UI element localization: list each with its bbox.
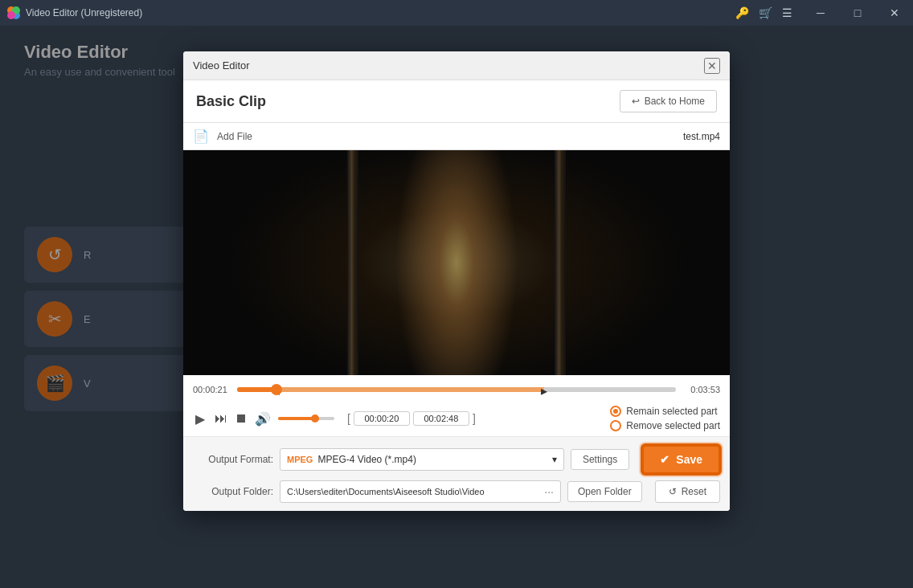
format-select[interactable]: MPEG MPEG-4 Video (*.mp4) ▾ [280, 448, 564, 471]
title-bar: Video Editor (Unregistered) 🔑 🛒 ☰ ─ □ ✕ [0, 0, 913, 26]
timeline-area: 00:00:21 ◂ ▸ 0:03:53 [183, 375, 730, 401]
modal-titlebar-text: Video Editor [193, 59, 250, 71]
play-button[interactable]: ▶ [193, 409, 207, 429]
format-value: MPEG-4 Video (*.mp4) [317, 454, 416, 465]
timeline-track[interactable]: ◂ ▸ [237, 387, 676, 392]
timeline-selection [276, 387, 544, 392]
modal: Video Editor ✕ Basic Clip ↩ Back to Home… [183, 51, 730, 511]
volume-button[interactable]: 🔊 [252, 409, 273, 429]
folder-path-text: C:\Users\editer\Documents\Aiseesoft Stud… [287, 487, 485, 496]
format-select-inner: MPEG MPEG-4 Video (*.mp4) [287, 454, 416, 465]
remain-radio-label: Remain selected part [626, 406, 717, 417]
app-logo-icon [6, 6, 21, 20]
remain-radio-row[interactable]: Remain selected part [610, 406, 720, 417]
time-input-group: [ ] [347, 411, 476, 426]
modal-close-button[interactable]: ✕ [704, 58, 720, 74]
remove-radio-label: Remove selected part [626, 420, 720, 431]
add-file-label[interactable]: Add File [217, 131, 252, 142]
volume-fill [278, 417, 315, 420]
reset-label: Reset [682, 486, 706, 497]
folder-dots-button[interactable]: ··· [544, 485, 554, 498]
folder-path: C:\Users\editer\Documents\Aiseesoft Stud… [280, 480, 561, 503]
format-label: Output Format: [193, 454, 273, 465]
bottom-section: Output Format: MPEG MPEG-4 Video (*.mp4)… [183, 437, 730, 511]
save-icon: ✔ [660, 453, 669, 466]
folder-row: Output Folder: C:\Users\editer\Documents… [193, 480, 720, 503]
file-bar: 📄 Add File test.mp4 [183, 123, 730, 150]
maximize-button[interactable]: □ [839, 0, 876, 26]
format-icon: MPEG [287, 455, 313, 464]
bracket-right: ] [473, 412, 476, 425]
modal-header-title: Basic Clip [196, 93, 266, 110]
modal-overlay: Video Editor ✕ Basic Clip ↩ Back to Home… [0, 26, 913, 588]
stop-icon [237, 414, 245, 423]
main-area: Video Editor An easy use and convenient … [0, 26, 913, 588]
volume-slider[interactable] [278, 417, 334, 420]
window-controls: ─ □ ✕ [802, 0, 913, 26]
controls-left: ▶ ⏭ 🔊 [ [193, 409, 600, 429]
folder-label: Output Folder: [193, 486, 273, 497]
back-icon: ↩ [632, 96, 640, 107]
stop-button[interactable] [235, 412, 248, 425]
controls-options-row: ▶ ⏭ 🔊 [ [183, 401, 730, 437]
end-time-input[interactable] [413, 411, 469, 426]
save-label: Save [676, 453, 702, 466]
timeline-time-end: 0:03:53 [676, 385, 720, 394]
svg-point-3 [7, 11, 15, 19]
back-to-home-button[interactable]: ↩ Back to Home [620, 90, 717, 112]
save-button[interactable]: ✔ Save [642, 445, 720, 474]
modal-titlebar: Video Editor ✕ [183, 51, 730, 80]
format-row: Output Format: MPEG MPEG-4 Video (*.mp4)… [193, 445, 720, 474]
add-file-icon: 📄 [193, 129, 209, 144]
bracket-left: [ [347, 412, 350, 425]
cart-icon[interactable]: 🛒 [759, 6, 772, 19]
settings-button[interactable]: Settings [571, 449, 629, 470]
hallway-light [384, 150, 529, 375]
volume-thumb[interactable] [311, 414, 319, 423]
titlebar-extra-icons: 🔑 🛒 ☰ [735, 0, 800, 26]
key-icon[interactable]: 🔑 [735, 6, 749, 19]
video-background [183, 150, 730, 375]
modal-header: Basic Clip ↩ Back to Home [183, 80, 730, 123]
timeline-thumb[interactable] [271, 384, 282, 395]
file-name: test.mp4 [683, 131, 720, 142]
title-bar-text: Video Editor (Unregistered) [26, 7, 142, 18]
reset-button[interactable]: ↺ Reset [655, 480, 720, 503]
timeline-time-start: 00:00:21 [193, 385, 237, 394]
open-folder-button[interactable]: Open Folder [567, 481, 642, 502]
timeline-bar-container: 00:00:21 ◂ ▸ 0:03:53 [193, 382, 720, 398]
reset-icon: ↺ [669, 486, 677, 497]
menu-icon[interactable]: ☰ [782, 6, 792, 19]
minimize-button[interactable]: ─ [802, 0, 839, 26]
step-button[interactable]: ⏭ [212, 409, 230, 428]
remain-radio-button[interactable] [610, 406, 621, 417]
chevron-down-icon: ▾ [552, 454, 557, 465]
trim-handle-right[interactable]: ▸ [541, 383, 547, 398]
video-preview [183, 150, 730, 375]
remove-radio-button[interactable] [610, 420, 621, 431]
radio-options: Remain selected part Remove selected par… [610, 406, 720, 431]
remove-radio-row[interactable]: Remove selected part [610, 420, 720, 431]
back-to-home-label: Back to Home [645, 96, 705, 107]
start-time-input[interactable] [354, 411, 410, 426]
close-button[interactable]: ✕ [876, 0, 913, 26]
